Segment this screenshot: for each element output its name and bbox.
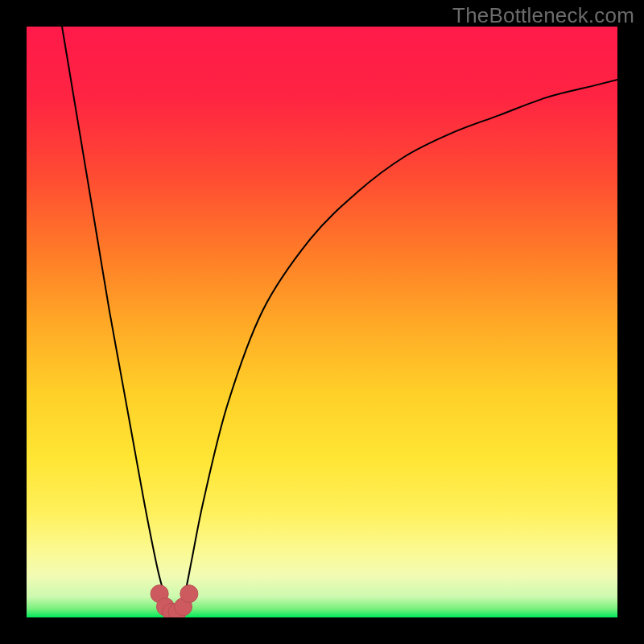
outer-frame: TheBottleneck.com xyxy=(0,0,644,644)
plot-background xyxy=(27,27,617,617)
bottleneck-chart xyxy=(27,27,617,617)
optimal-marker xyxy=(180,585,198,603)
watermark-text: TheBottleneck.com xyxy=(452,3,634,28)
